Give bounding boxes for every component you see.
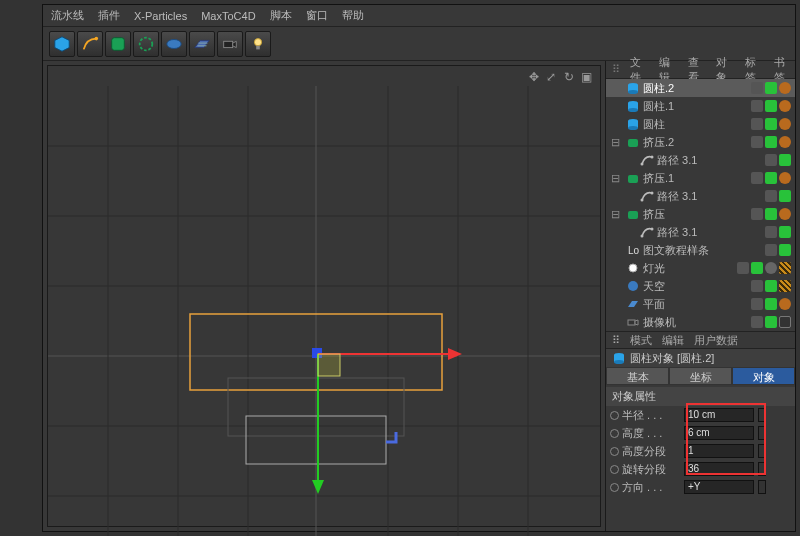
- tag-dot[interactable]: [779, 82, 791, 94]
- tag-grey[interactable]: [751, 136, 763, 148]
- tag-chk[interactable]: [765, 316, 777, 328]
- object-tags[interactable]: [751, 136, 795, 148]
- tag-grey[interactable]: [751, 298, 763, 310]
- spinner-icon[interactable]: [758, 444, 766, 458]
- spinner-icon[interactable]: [758, 426, 766, 440]
- tag-grey[interactable]: [751, 280, 763, 292]
- tag-dot[interactable]: [779, 298, 791, 310]
- attr-field[interactable]: 36: [684, 462, 754, 476]
- radio-icon[interactable]: [610, 465, 619, 474]
- tag-grey[interactable]: [751, 208, 763, 220]
- object-tags[interactable]: [765, 244, 795, 256]
- tag-striped[interactable]: [779, 262, 791, 274]
- viewport[interactable]: ✥ ⤢ ↻ ▣: [47, 65, 601, 527]
- tag-grey[interactable]: [751, 316, 763, 328]
- menu-item[interactable]: MaxToC4D: [201, 10, 255, 22]
- tag-dot[interactable]: [779, 118, 791, 130]
- generator-button[interactable]: [105, 31, 131, 57]
- radio-icon[interactable]: [610, 429, 619, 438]
- tag-chk[interactable]: [779, 190, 791, 202]
- tag-chk[interactable]: [779, 226, 791, 238]
- object-row[interactable]: 圆柱: [606, 115, 795, 133]
- attr-tab[interactable]: 模式: [630, 333, 652, 348]
- object-tags[interactable]: [751, 280, 795, 292]
- radio-icon[interactable]: [610, 411, 619, 420]
- object-row[interactable]: ⊟挤压.1: [606, 169, 795, 187]
- object-tags[interactable]: [751, 208, 795, 220]
- environment-button[interactable]: [161, 31, 187, 57]
- object-tags[interactable]: [765, 226, 795, 238]
- object-row[interactable]: ⊟挤压: [606, 205, 795, 223]
- menu-item[interactable]: 流水线: [51, 8, 84, 23]
- tag-dotg[interactable]: [765, 262, 777, 274]
- tag-chk[interactable]: [765, 136, 777, 148]
- object-tags[interactable]: [751, 316, 795, 328]
- tag-chk[interactable]: [765, 298, 777, 310]
- subtab-object[interactable]: 对象: [732, 367, 795, 385]
- expander-icon[interactable]: ⊟: [610, 208, 620, 221]
- object-tags[interactable]: [765, 154, 795, 166]
- tag-chk[interactable]: [765, 118, 777, 130]
- floor-button[interactable]: [189, 31, 215, 57]
- tag-grey[interactable]: [751, 100, 763, 112]
- attr-field[interactable]: 6 cm: [684, 426, 754, 440]
- menu-item[interactable]: 窗口: [306, 8, 328, 23]
- object-manager[interactable]: 圆柱.2圆柱.1圆柱⊟挤压.2路径 3.1⊟挤压.1路径 3.1⊟挤压路径 3.…: [606, 79, 795, 331]
- object-row[interactable]: Lo图文教程样条: [606, 241, 795, 259]
- radio-icon[interactable]: [610, 447, 619, 456]
- subtab-basic[interactable]: 基本: [606, 367, 669, 385]
- attr-tab[interactable]: 编辑: [662, 333, 684, 348]
- primitive-cube-button[interactable]: [49, 31, 75, 57]
- tag-grey[interactable]: [751, 82, 763, 94]
- tag-chk[interactable]: [765, 100, 777, 112]
- light-button[interactable]: [245, 31, 271, 57]
- tag-dot[interactable]: [779, 172, 791, 184]
- menu-item[interactable]: 脚本: [270, 8, 292, 23]
- object-tags[interactable]: [751, 82, 795, 94]
- attr-field[interactable]: +Y: [684, 480, 754, 494]
- tag-no[interactable]: [779, 316, 791, 328]
- tag-dot[interactable]: [779, 208, 791, 220]
- object-row[interactable]: 路径 3.1: [606, 187, 795, 205]
- spinner-icon[interactable]: [758, 480, 766, 494]
- menu-item[interactable]: X-Particles: [134, 10, 187, 22]
- object-row[interactable]: 灯光: [606, 259, 795, 277]
- tag-striped[interactable]: [779, 280, 791, 292]
- object-tags[interactable]: [765, 190, 795, 202]
- spline-pen-button[interactable]: [77, 31, 103, 57]
- tag-chk[interactable]: [779, 244, 791, 256]
- tag-chk[interactable]: [751, 262, 763, 274]
- tag-chk[interactable]: [779, 154, 791, 166]
- tag-grey[interactable]: [751, 118, 763, 130]
- object-row[interactable]: 摄像机: [606, 313, 795, 331]
- tag-grey[interactable]: [765, 244, 777, 256]
- object-tags[interactable]: [751, 298, 795, 310]
- tag-chk[interactable]: [765, 280, 777, 292]
- object-row[interactable]: 路径 3.1: [606, 223, 795, 241]
- tag-chk[interactable]: [765, 82, 777, 94]
- tag-grey[interactable]: [765, 226, 777, 238]
- spinner-icon[interactable]: [758, 408, 766, 422]
- object-tags[interactable]: [751, 172, 795, 184]
- radio-icon[interactable]: [610, 483, 619, 492]
- menu-item[interactable]: 插件: [98, 8, 120, 23]
- spinner-icon[interactable]: [758, 462, 766, 476]
- deformer-button[interactable]: [133, 31, 159, 57]
- tag-grey[interactable]: [737, 262, 749, 274]
- subtab-coord[interactable]: 坐标: [669, 367, 732, 385]
- object-tags[interactable]: [751, 100, 795, 112]
- tag-dot[interactable]: [779, 100, 791, 112]
- attr-field[interactable]: 10 cm: [684, 408, 754, 422]
- camera-button[interactable]: [217, 31, 243, 57]
- object-row[interactable]: ⊟挤压.2: [606, 133, 795, 151]
- attr-tab[interactable]: 用户数据: [694, 333, 738, 348]
- object-tags[interactable]: [751, 118, 795, 130]
- tag-grey[interactable]: [765, 190, 777, 202]
- panel-grip-icon[interactable]: ⠿: [612, 334, 620, 347]
- tag-dot[interactable]: [779, 136, 791, 148]
- expander-icon[interactable]: ⊟: [610, 172, 620, 185]
- tag-chk[interactable]: [765, 172, 777, 184]
- expander-icon[interactable]: ⊟: [610, 136, 620, 149]
- object-row[interactable]: 圆柱.1: [606, 97, 795, 115]
- tag-grey[interactable]: [765, 154, 777, 166]
